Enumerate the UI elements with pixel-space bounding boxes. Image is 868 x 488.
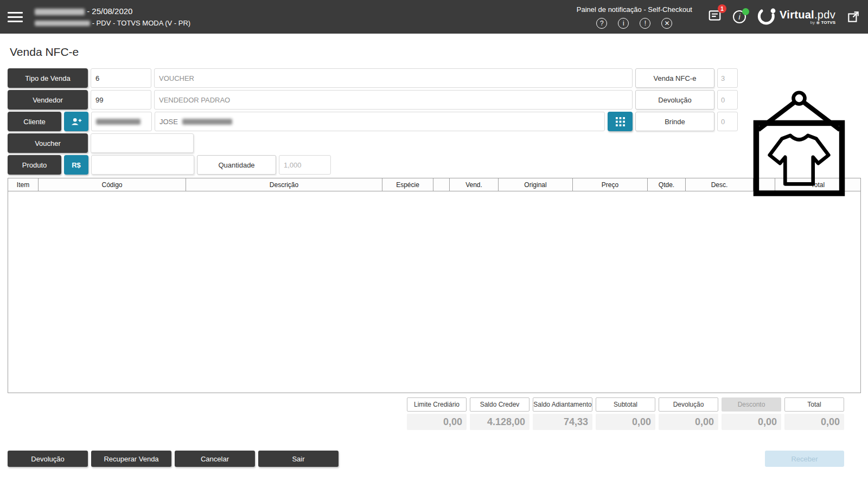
logo-wordmark: Virtual.pdv xyxy=(780,9,835,21)
logo-byline: by ◉ TOTVS xyxy=(810,20,835,25)
summary-value: 0,00 xyxy=(722,414,781,430)
col-header-preco: Preço xyxy=(573,178,648,191)
summary-saldo-adiantamento: Saldo Adiantamento 74,33 xyxy=(533,397,592,430)
summary-label: Total xyxy=(784,397,844,412)
summary-saldo-credev: Saldo Credev 4.128,00 xyxy=(470,397,529,430)
summary-label: Subtotal xyxy=(596,397,655,412)
client-name-visible: JOSE xyxy=(159,118,178,126)
venda-nfce-counter-value[interactable] xyxy=(717,68,738,88)
col-header-item: Item xyxy=(8,178,39,191)
help-icon[interactable]: ? xyxy=(596,18,607,29)
blurred-client-code xyxy=(96,119,141,125)
store-pdv-line: - PDV - TOTVS MODA (V - PR) xyxy=(35,18,190,29)
devolucao-button[interactable]: Devolução xyxy=(8,451,88,467)
notification-badge: 1 xyxy=(718,4,726,13)
voucher-input[interactable] xyxy=(91,133,194,153)
add-client-button[interactable] xyxy=(64,112,88,131)
col-header-descricao: Descrição xyxy=(186,178,382,191)
info-icon[interactable]: i xyxy=(618,18,629,29)
session-date: - 25/08/2020 xyxy=(87,7,132,16)
main-content: Venda NFC-e Tipo de Venda Venda NFC-e Ve… xyxy=(0,34,868,430)
summary-total: Total 0,00 xyxy=(784,397,844,430)
blurred-terminal-name xyxy=(35,21,90,26)
cliente-name-input[interactable]: JOSE xyxy=(155,112,605,131)
summary-label: Desconto xyxy=(722,397,781,412)
col-header-qtde: Qtde. xyxy=(648,178,686,191)
col-header-especie: Espécie xyxy=(382,178,433,191)
open-external-icon[interactable] xyxy=(846,10,860,24)
row-vendedor: Vendedor Devolução xyxy=(8,90,860,110)
brinde-counter-button[interactable]: Brinde xyxy=(635,112,714,131)
cliente-code-input[interactable] xyxy=(91,112,152,131)
grid-keypad-icon xyxy=(616,117,625,126)
summary-label: Limite Crediário xyxy=(407,397,467,412)
logo-swoosh-icon xyxy=(757,7,776,27)
summary-value: 0,00 xyxy=(407,414,467,430)
footer-actions: Devolução Recuperar Venda Cancelar Sair … xyxy=(0,451,868,467)
brinde-counter-value[interactable] xyxy=(717,112,738,131)
close-icon[interactable]: ✕ xyxy=(661,18,672,29)
summary-value: 0,00 xyxy=(596,414,655,430)
summary-value: 4.128,00 xyxy=(470,414,529,430)
items-table-empty-body xyxy=(8,191,861,393)
col-header-blank-1 xyxy=(433,178,450,191)
tipo-de-venda-code-input[interactable] xyxy=(91,68,151,88)
notification-panel-title: Painel de notificação - Self-Checkout xyxy=(577,5,692,14)
sair-button[interactable]: Sair xyxy=(258,451,339,467)
summary-value: 74,33 xyxy=(533,414,592,430)
venda-nfce-counter-button[interactable]: Venda NFC-e xyxy=(635,68,714,88)
summary-desconto: Desconto 0,00 xyxy=(722,397,781,430)
price-lookup-button[interactable]: R$ xyxy=(64,155,88,175)
vendedor-button[interactable]: Vendedor xyxy=(8,90,88,110)
notifications-button[interactable]: 1 xyxy=(707,9,722,25)
hamburger-menu-icon[interactable] xyxy=(8,9,26,25)
row-voucher: Voucher xyxy=(8,133,860,153)
summary-label: Devolução xyxy=(659,397,718,412)
produto-button[interactable]: Produto xyxy=(8,155,61,175)
vendedor-code-input[interactable] xyxy=(91,90,151,110)
col-header-codigo: Código xyxy=(39,178,186,191)
header-right-cluster: Painel de notificação - Self-Checkout ? … xyxy=(577,5,860,29)
items-table-header-row: Item Código Descrição Espécie Vend. Orig… xyxy=(8,178,861,191)
summary-limite-crediario: Limite Crediário 0,00 xyxy=(407,397,467,430)
produto-input[interactable] xyxy=(91,155,194,175)
devolucao-counter-button[interactable]: Devolução xyxy=(635,90,714,110)
quantidade-button[interactable]: Quantidade xyxy=(197,155,276,175)
blurred-client-name xyxy=(182,119,232,125)
quantidade-input[interactable] xyxy=(279,155,331,175)
totals-summary-bar: Limite Crediário 0,00 Saldo Credev 4.128… xyxy=(8,397,844,430)
top-bar: - 25/08/2020 - PDV - TOTVS MODA (V - PR)… xyxy=(0,0,868,34)
summary-subtotal: Subtotal 0,00 xyxy=(596,397,655,430)
connection-status-button[interactable]: i xyxy=(733,10,746,23)
summary-label: Saldo Adiantamento xyxy=(533,397,592,412)
cliente-button[interactable]: Cliente xyxy=(8,112,61,131)
recuperar-venda-button[interactable]: Recuperar Venda xyxy=(91,451,171,467)
blurred-store-name xyxy=(35,9,85,15)
person-plus-icon xyxy=(71,117,82,126)
items-table: Item Código Descrição Espécie Vend. Orig… xyxy=(8,178,861,393)
alert-icon[interactable]: ! xyxy=(640,18,650,29)
summary-devolucao: Devolução 0,00 xyxy=(659,397,718,430)
col-header-original: Original xyxy=(499,178,573,191)
pdv-label: - PDV - TOTVS MODA (V - PR) xyxy=(92,19,191,27)
client-search-keypad-button[interactable] xyxy=(608,112,633,131)
status-icons-row: ? i ! ✕ xyxy=(596,18,672,29)
cancelar-button[interactable]: Cancelar xyxy=(175,451,255,467)
tipo-de-venda-button[interactable]: Tipo de Venda xyxy=(8,68,88,88)
col-header-desc: Desc. xyxy=(686,178,754,191)
page-title: Venda NFC-e xyxy=(10,46,860,59)
virtualpdv-logo: Virtual.pdv by ◉ TOTVS xyxy=(757,7,835,27)
store-date-line: - 25/08/2020 xyxy=(35,5,190,18)
row-cliente: Cliente JOSE Brinde xyxy=(8,112,860,131)
store-info: - 25/08/2020 - PDV - TOTVS MODA (V - PR) xyxy=(35,5,190,28)
receber-button[interactable]: Receber xyxy=(765,451,844,467)
vendedor-desc-input[interactable] xyxy=(154,90,633,110)
row-produto: Produto R$ Quantidade xyxy=(8,155,860,175)
devolucao-counter-value[interactable] xyxy=(717,90,738,110)
summary-label: Saldo Credev xyxy=(470,397,529,412)
voucher-button[interactable]: Voucher xyxy=(8,133,88,153)
tipo-de-venda-desc-input[interactable] xyxy=(154,68,633,88)
summary-value: 0,00 xyxy=(784,414,844,430)
hanging-shirt-frame-icon xyxy=(750,90,848,198)
notification-panel: Painel de notificação - Self-Checkout ? … xyxy=(577,5,692,29)
